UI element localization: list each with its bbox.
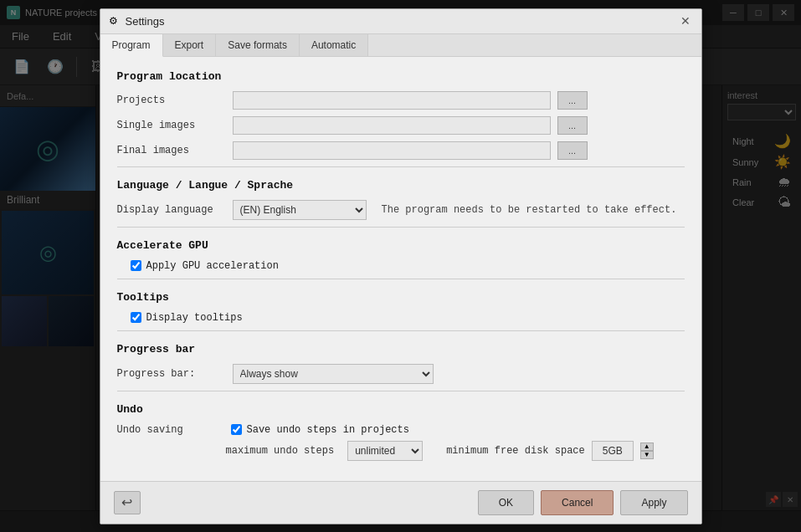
input-projects[interactable]	[233, 91, 551, 110]
min-disk-input[interactable]	[592, 441, 634, 461]
reset-button[interactable]: ↩	[114, 491, 141, 514]
tab-save-formats[interactable]: Save formats	[216, 34, 300, 56]
tab-export[interactable]: Export	[163, 34, 217, 56]
label-progress-bar: Progress bar:	[117, 368, 226, 380]
label-max-steps: maximum undo steps	[226, 445, 335, 457]
gpu-checkbox-row: Apply GPU acceleration	[131, 260, 685, 272]
apply-button[interactable]: Apply	[620, 490, 687, 515]
section-language: Language / Langue / Sprache	[117, 179, 685, 192]
undo-save-checkbox[interactable]	[231, 424, 242, 435]
form-row-progress-bar: Progress bar: Always show Never show Whe…	[117, 364, 685, 384]
divider-3	[117, 279, 685, 279]
undo-steps-select[interactable]: unlimited 10 25 50 100	[347, 441, 423, 461]
dialog-title-bar: ⚙ Settings ✕	[100, 9, 701, 34]
form-row-language: Display language (EN) English （DE) Deuts…	[117, 200, 685, 220]
dialog-tabs: Program Export Save formats Automatic	[100, 34, 701, 57]
form-row-single-images: Single images ...	[117, 116, 685, 135]
progress-bar-select[interactable]: Always show Never show When processing	[233, 364, 434, 384]
label-display-language: Display language	[117, 204, 226, 216]
input-single-images[interactable]	[233, 116, 551, 135]
dialog-close-button[interactable]: ✕	[676, 12, 695, 30]
gpu-checkbox-label[interactable]: Apply GPU acceleration	[146, 260, 279, 272]
language-select[interactable]: (EN) English （DE) Deutsch (FR) Français …	[233, 200, 367, 220]
divider-2	[117, 227, 685, 228]
dialog-content: Program location Projects ... Single ima…	[100, 57, 701, 481]
language-restart-note: The program needs to be restarted to tak…	[382, 204, 677, 216]
section-tooltips: Tooltips	[117, 291, 685, 304]
browse-final-images-button[interactable]: ...	[557, 141, 588, 160]
ok-button[interactable]: OK	[478, 490, 534, 515]
section-progress-bar: Progress bar	[117, 343, 685, 356]
undo-steps-row: maximum undo steps unlimited 10 25 50 10…	[226, 441, 685, 461]
tab-automatic[interactable]: Automatic	[300, 34, 368, 56]
cancel-button[interactable]: Cancel	[541, 490, 614, 515]
label-undo-saving: Undo saving	[117, 424, 226, 436]
dialog-footer: ↩ OK Cancel Apply	[100, 481, 701, 524]
disk-spinner-down[interactable]: ▼	[640, 451, 654, 459]
gpu-checkbox[interactable]	[131, 260, 141, 271]
tooltips-checkbox[interactable]	[131, 312, 141, 323]
input-final-images[interactable]	[233, 141, 551, 160]
label-projects: Projects	[117, 95, 226, 106]
tooltips-checkbox-label[interactable]: Display tooltips	[146, 312, 243, 324]
disk-spinner-up[interactable]: ▲	[640, 442, 654, 451]
undo-save-label[interactable]: Save undo steps in projects	[247, 424, 409, 436]
section-program-location: Program location	[117, 70, 685, 83]
divider-4	[117, 330, 685, 331]
divider-5	[117, 391, 685, 391]
dialog-title: Settings	[126, 15, 671, 28]
tab-program[interactable]: Program	[100, 34, 163, 57]
label-final-images: Final images	[117, 145, 226, 156]
dialog-icon: ⚙	[107, 14, 121, 28]
tooltips-checkbox-row: Display tooltips	[131, 312, 685, 324]
undo-save-row: Undo saving Save undo steps in projects	[117, 424, 685, 436]
browse-projects-button[interactable]: ...	[557, 91, 588, 110]
disk-spinner: ▲ ▼	[640, 442, 654, 459]
label-single-images: Single images	[117, 120, 226, 131]
divider-1	[117, 166, 685, 167]
form-row-final-images: Final images ...	[117, 141, 685, 160]
modal-overlay: ⚙ Settings ✕ Program Export Save formats…	[0, 0, 801, 532]
browse-single-images-button[interactable]: ...	[557, 116, 588, 135]
section-gpu: Accelerate GPU	[117, 239, 685, 252]
section-undo: Undo	[117, 403, 685, 416]
label-min-disk: minimum free disk space	[446, 445, 585, 457]
settings-dialog: ⚙ Settings ✕ Program Export Save formats…	[100, 8, 702, 524]
form-row-projects: Projects ...	[117, 91, 685, 110]
